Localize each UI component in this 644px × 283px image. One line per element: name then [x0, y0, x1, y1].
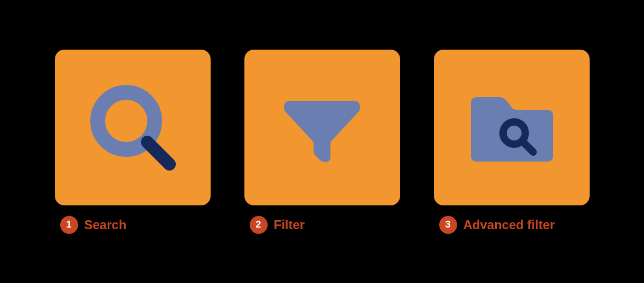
search-icon [85, 80, 180, 175]
badge-number: 3 [439, 216, 457, 234]
card-advanced-filter: 3 Advanced filter [434, 50, 590, 234]
svg-line-1 [147, 142, 169, 164]
badge-number: 2 [250, 216, 268, 234]
caption-label: Search [84, 218, 127, 232]
cards-container: 1 Search 2 Filter 3 Advanced filter [34, 50, 611, 234]
caption-row: 2 Filter [244, 216, 400, 234]
tile-search[interactable] [55, 50, 211, 205]
folder-search-icon [461, 82, 562, 172]
caption-row: 1 Search [55, 216, 211, 234]
tile-advanced-filter[interactable] [434, 50, 590, 205]
filter-icon [280, 85, 364, 169]
caption-row: 3 Advanced filter [434, 216, 590, 234]
caption-label: Filter [274, 218, 305, 232]
tile-filter[interactable] [244, 50, 400, 205]
card-filter: 2 Filter [244, 50, 400, 234]
badge-number: 1 [60, 216, 78, 234]
caption-label: Advanced filter [463, 218, 555, 232]
card-search: 1 Search [55, 50, 211, 234]
